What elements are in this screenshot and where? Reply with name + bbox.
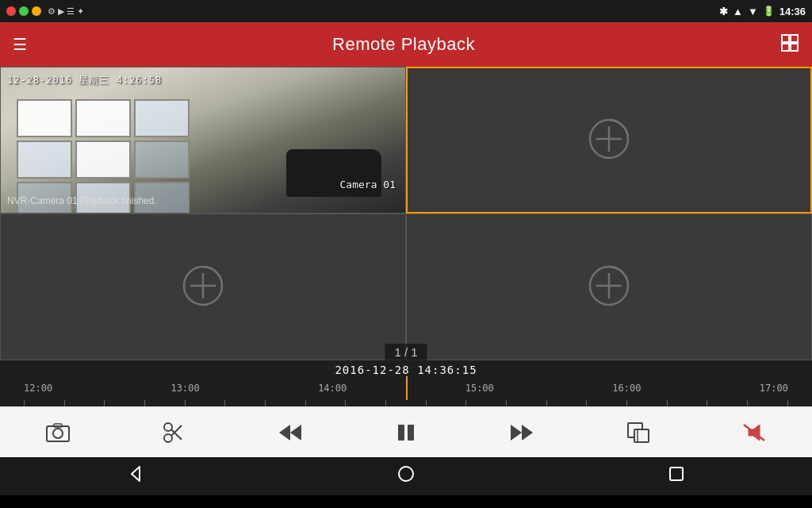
status-bar: ⚙ ▶ ☰ ✦ ✱ ▲ ▼ 🔋 14:36 <box>0 0 812 22</box>
app-bar: ☰ Remote Playback <box>0 22 812 67</box>
video-cell-3[interactable] <box>406 214 812 360</box>
rewind-button[interactable] <box>266 414 314 452</box>
grid-layout-button[interactable] <box>780 33 799 56</box>
timeline-ticks <box>0 400 812 406</box>
video-grid: 12-28-2016 星期三 4:26:58 Camera 01 NVR-Cam… <box>0 67 812 360</box>
clock: 14:36 <box>779 6 806 17</box>
svg-marker-31 <box>132 467 140 481</box>
svg-rect-22 <box>398 425 404 441</box>
status-icons: ⚙ ▶ ☰ ✦ <box>6 6 84 17</box>
timeline-scrubber[interactable] <box>406 376 408 400</box>
back-button[interactable] <box>111 459 160 494</box>
add-camera-icon-1[interactable] <box>585 115 633 166</box>
timeline-label-5: 17:00 <box>760 383 788 394</box>
timeline-label-1: 13:00 <box>171 383 200 394</box>
control-bar <box>0 406 812 457</box>
timeline-label-2: 14:00 <box>318 383 347 394</box>
bluetooth-icon: ✱ <box>719 6 728 17</box>
svg-point-16 <box>164 434 172 442</box>
svg-rect-3 <box>791 44 798 51</box>
mute-button[interactable] <box>730 414 778 452</box>
battery-icon: 🔋 <box>763 6 775 17</box>
svg-marker-20 <box>279 425 290 441</box>
timeline-date: 2016-12-28 14:36:15 <box>0 360 812 376</box>
playback-status: NVR-Camera 01 Playback finished. <box>7 195 157 206</box>
fastforward-button[interactable] <box>498 414 546 452</box>
app-title: Remote Playback <box>332 34 475 55</box>
svg-marker-25 <box>522 425 533 441</box>
video-cell-0[interactable]: 12-28-2016 星期三 4:26:58 Camera 01 NVR-Cam… <box>0 67 406 214</box>
pause-button[interactable] <box>382 414 430 452</box>
svg-point-32 <box>399 467 413 481</box>
signal-icon: ▲ <box>733 6 743 17</box>
page-indicator: 1 / 1 <box>385 344 427 360</box>
svg-rect-33 <box>670 468 683 480</box>
status-dot-1 <box>6 6 16 16</box>
add-camera-icon-2[interactable] <box>179 262 227 313</box>
timeline-container[interactable]: 2016-12-28 14:36:15 12:00 13:00 14:00 15… <box>0 360 812 406</box>
add-camera-icon-3[interactable] <box>585 262 633 313</box>
menu-button[interactable]: ☰ <box>13 35 27 54</box>
app-icons: ⚙ ▶ ☰ ✦ <box>48 6 84 17</box>
timeline-track[interactable]: 12:00 13:00 14:00 15:00 16:00 17:00 <box>0 376 812 400</box>
home-button[interactable] <box>381 459 431 494</box>
nav-bar <box>0 457 812 495</box>
svg-rect-27 <box>634 429 649 442</box>
svg-rect-2 <box>782 44 789 51</box>
status-dot-2 <box>19 6 29 16</box>
video-cell-2[interactable] <box>0 214 406 360</box>
overlay-button[interactable] <box>615 414 662 452</box>
svg-marker-21 <box>290 425 301 441</box>
video-cell-1[interactable] <box>406 67 812 214</box>
timeline-label-0: 12:00 <box>24 383 52 394</box>
scissors-button[interactable] <box>150 414 197 452</box>
svg-line-30 <box>744 425 764 441</box>
svg-point-14 <box>53 429 63 438</box>
svg-rect-1 <box>791 35 798 42</box>
recents-button[interactable] <box>652 459 701 494</box>
camera-scene <box>1 67 405 213</box>
status-dot-3 <box>32 6 41 16</box>
timestamp-overlay: 12-28-2016 星期三 4:26:58 <box>7 74 162 87</box>
timeline-label-4: 16:00 <box>612 383 641 394</box>
wifi-icon: ▼ <box>748 6 758 17</box>
status-right: ✱ ▲ ▼ 🔋 14:36 <box>719 6 806 17</box>
svg-marker-24 <box>511 425 522 441</box>
svg-rect-23 <box>408 425 414 441</box>
timeline-label-3: 15:00 <box>465 383 494 394</box>
svg-rect-0 <box>782 35 789 42</box>
camera-label: Camera 01 <box>340 179 396 190</box>
snapshot-button[interactable] <box>34 414 82 452</box>
